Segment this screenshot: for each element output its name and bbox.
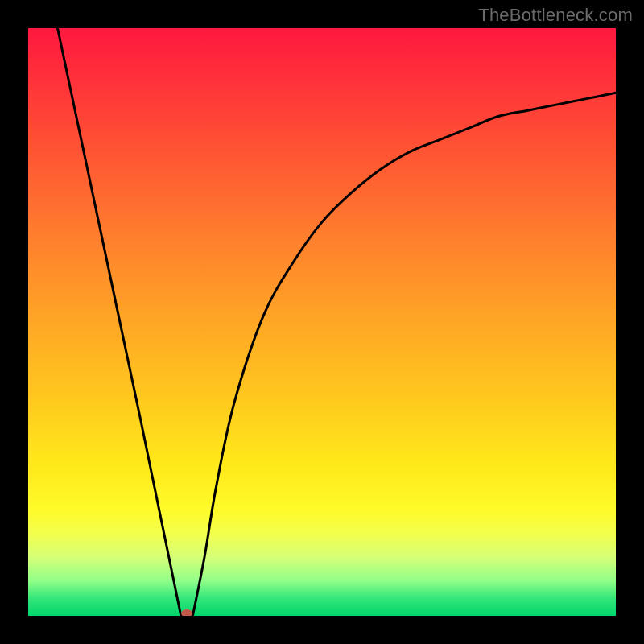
watermark-text: TheBottleneck.com bbox=[478, 5, 633, 26]
minimum-marker bbox=[181, 609, 192, 616]
curve-svg bbox=[28, 28, 616, 616]
chart-frame: TheBottleneck.com bbox=[0, 0, 644, 644]
bottleneck-curve bbox=[58, 28, 617, 616]
plot-area bbox=[28, 28, 616, 616]
